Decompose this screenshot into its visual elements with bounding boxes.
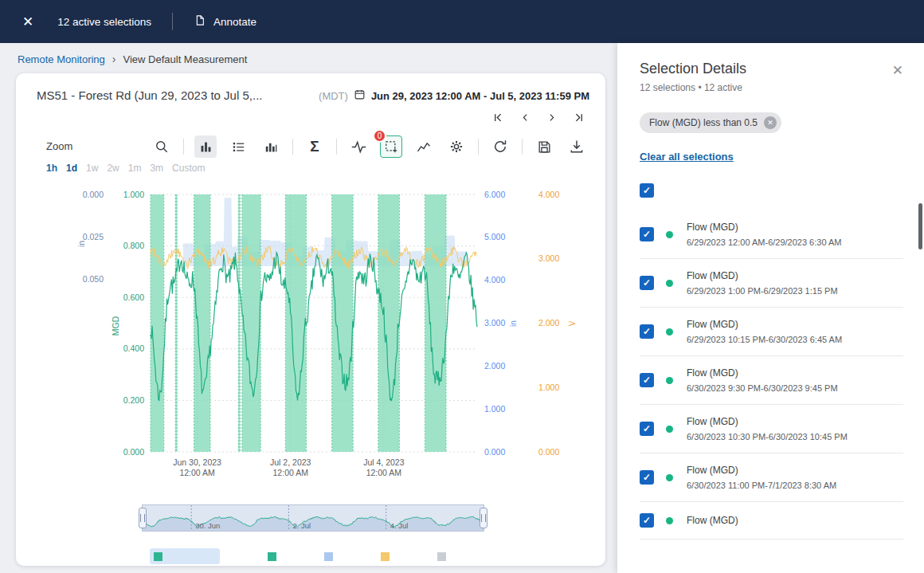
annotate-icon <box>194 14 206 29</box>
next-icon[interactable] <box>546 112 557 123</box>
legend-swatch[interactable] <box>324 552 333 561</box>
navigator-left-handle[interactable] <box>139 508 147 528</box>
download-icon[interactable] <box>566 135 588 158</box>
svg-text:Jul 2, 2023: Jul 2, 2023 <box>270 457 311 467</box>
line-chart-icon[interactable] <box>413 135 435 158</box>
status-dot <box>666 231 673 238</box>
svg-text:4.000: 4.000 <box>484 275 505 285</box>
timezone-label: (MDT) <box>319 90 348 102</box>
legend-swatch[interactable] <box>381 552 390 561</box>
zoom-presets: 1h 1d 1w 2w 1m 3m Custom <box>46 163 205 174</box>
selection-name: Flow (MGD) <box>687 270 838 281</box>
breadcrumb-link[interactable]: Remote Monitoring <box>18 53 105 65</box>
scrollbar-thumb[interactable] <box>918 203 922 249</box>
svg-text:0.600: 0.600 <box>123 292 144 302</box>
chart-legend <box>150 548 446 564</box>
selection-checkbox[interactable]: ✓ <box>640 276 654 290</box>
selection-range: 6/30/2023 10:30 PM-6/30/2023 10:45 PM <box>687 432 848 442</box>
list-view-icon[interactable] <box>227 135 249 158</box>
svg-text:0.000: 0.000 <box>123 447 144 457</box>
top-bar: ✕ 12 active selections Annotate <box>0 0 924 43</box>
chart-area[interactable]: 0.0000.0250.050in1.0000.8000.6000.4000.2… <box>21 186 599 483</box>
selection-checkbox[interactable]: ✓ <box>640 373 654 387</box>
list-item: ✓ Flow (MGD) 6/30/2023 9:30 PM-6/30/2023… <box>640 356 903 405</box>
selection-checkbox[interactable]: ✓ <box>640 324 654 339</box>
zoom-label: Zoom <box>46 140 72 152</box>
filter-chip-label: Flow (MGD) less than 0.5 <box>649 117 758 128</box>
bar-chart-view-icon[interactable] <box>194 135 217 158</box>
zoom-preset-2w[interactable]: 2w <box>107 163 119 174</box>
status-dot <box>666 328 673 336</box>
toolbar-divider <box>336 139 337 155</box>
selection-checkbox[interactable]: ✓ <box>640 227 654 241</box>
selection-checkbox[interactable]: ✓ <box>640 513 654 528</box>
close-icon[interactable]: ✕ <box>22 14 33 30</box>
svg-text:0.000: 0.000 <box>484 447 505 457</box>
zoom-preset-1h[interactable]: 1h <box>46 163 57 174</box>
status-dot <box>666 280 673 287</box>
filter-chip: Flow (MGD) less than 0.5 ✕ <box>640 112 781 133</box>
gear-icon[interactable] <box>445 135 468 158</box>
clear-selections-link[interactable]: Clear all selections <box>640 151 903 163</box>
selection-name: Flow (MGD) <box>687 367 838 379</box>
svg-text:0.000: 0.000 <box>538 447 559 457</box>
toolbar-divider <box>522 139 523 155</box>
navigator-right-handle[interactable] <box>480 508 487 528</box>
selection-checkbox[interactable]: ✓ <box>640 422 654 436</box>
search-icon[interactable] <box>151 135 173 158</box>
svg-text:1.000: 1.000 <box>538 383 559 392</box>
selection-range: 6/29/2023 12:00 AM-6/29/2023 6:30 AM <box>687 237 841 247</box>
date-range-row: (MDT) Jun 29, 2023 12:00 AM - Jul 5, 202… <box>319 88 589 104</box>
first-page-icon[interactable] <box>492 112 504 124</box>
select-all-checkbox[interactable]: ✓ <box>640 183 654 198</box>
svg-text:V: V <box>568 320 577 326</box>
zoom-preset-1d[interactable]: 1d <box>66 163 77 174</box>
svg-text:Jun 30, 2023: Jun 30, 2023 <box>173 457 221 467</box>
column-chart-view-icon[interactable] <box>260 135 282 158</box>
measurement-chart[interactable]: 0.0000.0250.050in1.0000.8000.6000.4000.2… <box>21 186 599 483</box>
selection-name: Flow (MGD) <box>687 465 836 476</box>
svg-text:in: in <box>509 320 518 327</box>
svg-text:5.000: 5.000 <box>484 232 505 241</box>
last-page-icon[interactable] <box>573 112 585 124</box>
save-icon[interactable] <box>533 135 555 158</box>
selection-name: Flow (MGD) <box>687 515 738 526</box>
status-dot <box>666 426 673 433</box>
range-navigator[interactable]: 30. Jun2. Jul4. Jul <box>142 504 484 532</box>
list-item: ✓ Flow (MGD) 6/29/2023 1:00 PM-6/29/2023… <box>640 259 903 308</box>
box-select-icon[interactable]: 0 <box>380 135 402 158</box>
svg-text:12:00 AM: 12:00 AM <box>179 468 214 477</box>
svg-text:2.000: 2.000 <box>484 361 505 371</box>
chevron-right-icon: › <box>112 53 116 65</box>
list-item: ✓ Flow (MGD) 6/29/2023 10:15 PM-6/30/202… <box>640 308 903 356</box>
selection-checkbox[interactable]: ✓ <box>640 470 654 485</box>
chip-remove-icon[interactable]: ✕ <box>764 116 777 129</box>
svg-text:2.000: 2.000 <box>538 318 559 328</box>
svg-text:4.000: 4.000 <box>538 190 559 199</box>
svg-text:6.000: 6.000 <box>484 190 505 199</box>
topbar-divider <box>172 13 173 30</box>
legend-item-flow[interactable] <box>150 548 220 564</box>
annotate-button[interactable]: Annotate <box>194 14 256 29</box>
legend-swatch[interactable] <box>437 552 446 561</box>
navigator-chart[interactable]: 30. Jun2. Jul4. Jul <box>143 505 484 531</box>
zoom-preset-1m[interactable]: 1m <box>128 163 142 174</box>
zoom-preset-3m[interactable]: 3m <box>150 163 163 174</box>
breadcrumb-current: View Default Measurement <box>123 53 248 65</box>
selection-list: ✓ Flow (MGD) 6/29/2023 12:00 AM-6/29/202… <box>640 210 903 540</box>
status-dot <box>666 517 673 524</box>
pulse-icon[interactable] <box>347 135 370 158</box>
selection-details-panel: Selection Details 12 selections • 12 act… <box>617 43 924 573</box>
previous-icon[interactable] <box>520 112 531 123</box>
zoom-preset-custom[interactable]: Custom <box>172 163 205 174</box>
legend-swatch[interactable] <box>268 552 276 561</box>
sigma-icon[interactable]: Σ <box>303 135 326 158</box>
panel-close-icon[interactable]: ✕ <box>892 62 903 79</box>
list-item: ✓ Flow (MGD) 6/30/2023 10:30 PM-6/30/202… <box>640 405 903 453</box>
date-range-label[interactable]: Jun 29, 2023 12:00 AM - Jul 5, 2023 11:5… <box>371 90 589 102</box>
svg-text:12:00 AM: 12:00 AM <box>273 468 308 477</box>
calendar-icon <box>354 88 366 104</box>
zoom-preset-1w[interactable]: 1w <box>86 163 98 174</box>
refresh-icon[interactable] <box>489 135 511 158</box>
svg-text:MGD: MGD <box>111 316 120 336</box>
